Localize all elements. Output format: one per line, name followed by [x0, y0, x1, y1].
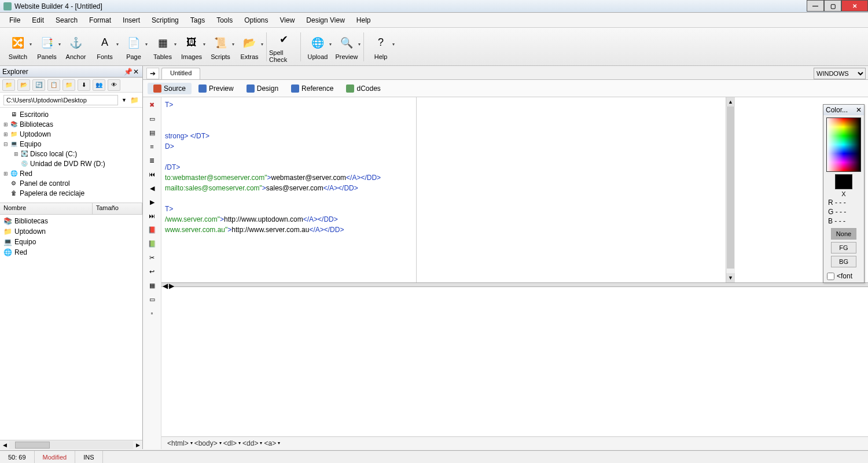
gutter-last-icon[interactable]: ⏭ — [146, 211, 158, 221]
breadcrumb-tag[interactable]: <body> — [194, 439, 218, 447]
color-swatch[interactable] — [835, 174, 852, 189]
toolbar-panels-button[interactable]: 📑▾Panels — [32, 31, 61, 63]
hscroll-left-icon[interactable]: ◀ — [163, 282, 168, 290]
bg-button[interactable]: BG — [831, 256, 856, 267]
tree-item[interactable]: 🗑Papelera de reciclaje — [1, 188, 141, 198]
col-size[interactable]: Tamaño — [93, 203, 142, 214]
gutter-btn-13[interactable]: ↩ — [146, 266, 158, 277]
code-vscroll[interactable]: ▲ ▼ — [726, 97, 735, 282]
nav-back-icon[interactable]: ➔ — [146, 68, 159, 79]
breadcrumb-tag[interactable]: <html> — [167, 439, 189, 447]
file-list[interactable]: 📚Bibliotecas📁Uptodown💻Equipo🌐Red — [0, 215, 142, 440]
encoding-select[interactable]: WINDOWS — [814, 68, 866, 79]
breadcrumb-arrow-icon[interactable]: ▾ — [260, 440, 262, 446]
panel-close-icon[interactable]: ✕ — [132, 68, 140, 76]
toolbar-preview-button[interactable]: 🔍▾Preview — [332, 31, 361, 63]
menu-tools[interactable]: Tools — [212, 15, 237, 25]
gutter-btn-16[interactable]: ▫ — [146, 308, 158, 318]
toolbar-scripts-button[interactable]: 📜▾Scripts — [206, 31, 235, 63]
fg-button[interactable]: FG — [831, 242, 856, 253]
none-button[interactable]: None — [831, 228, 856, 240]
color-spectrum[interactable] — [826, 117, 861, 172]
font-checkbox-input[interactable] — [827, 273, 834, 280]
gutter-btn-12[interactable]: ✂ — [146, 252, 158, 263]
view-tab-reference[interactable]: Reference — [285, 83, 339, 94]
menu-view[interactable]: View — [275, 15, 300, 25]
exp-btn-8[interactable]: 👁 — [108, 79, 120, 91]
gutter-btn-5[interactable]: ≣ — [146, 155, 158, 166]
menu-design-view[interactable]: Design View — [301, 15, 349, 25]
gutter-btn-4[interactable]: ≡ — [146, 141, 158, 152]
gutter-next-icon[interactable]: ▶ — [146, 197, 158, 207]
exp-btn-5[interactable]: 📁 — [62, 79, 75, 91]
gutter-btn-10[interactable]: 📕 — [146, 225, 158, 235]
file-item[interactable]: 📚Bibliotecas — [1, 216, 141, 226]
breadcrumb-tag[interactable]: <dd> — [242, 439, 258, 447]
color-panel-close-icon[interactable]: ✕ — [856, 106, 862, 114]
scroll-right-icon[interactable]: ▶ — [133, 442, 142, 448]
exp-btn-1[interactable]: 📁 — [2, 79, 15, 91]
vscroll-thumb[interactable] — [727, 106, 734, 269]
breadcrumb-arrow-icon[interactable]: ▾ — [238, 440, 241, 446]
view-tab-dcodes[interactable]: dCodes — [340, 83, 386, 94]
tree-item[interactable]: ⊞💽Disco local (C:) — [1, 149, 141, 159]
gutter-prev-icon[interactable]: ◀ — [146, 183, 158, 193]
tree-item[interactable]: 🖥Escritorio — [1, 109, 141, 119]
gutter-btn-15[interactable]: ▭ — [146, 294, 158, 304]
tree-item[interactable]: ⊞📁Uptodown — [1, 129, 141, 139]
tree-twist-icon[interactable]: ⊞ — [2, 122, 9, 127]
toolbar-spell-check-button[interactable]: ✔Spell Check — [269, 31, 298, 63]
view-tab-preview[interactable]: Preview — [193, 83, 240, 94]
toolbar-help-button[interactable]: ?▾Help — [366, 31, 395, 63]
breadcrumb-arrow-icon[interactable]: ▾ — [278, 440, 280, 446]
breadcrumb-tag[interactable]: <dl> — [223, 439, 237, 447]
split-handle[interactable]: ◀▶ — [161, 282, 868, 287]
tree-twist-icon[interactable]: ⊞ — [2, 131, 9, 137]
exp-btn-4[interactable]: 📋 — [47, 79, 60, 91]
toolbar-upload-button[interactable]: 🌐▾Upload — [303, 31, 332, 63]
tree-item[interactable]: ⊟💻Equipo — [1, 139, 141, 149]
gutter-close-icon[interactable]: ✖ — [146, 100, 158, 110]
document-tab[interactable]: Untitled — [161, 68, 200, 79]
gutter-btn-2[interactable]: ▭ — [146, 113, 158, 124]
gutter-btn-14[interactable]: ▦ — [146, 280, 158, 291]
code-editor[interactable]: T> strong> </DT>D> /DT>to:webmaster@some… — [161, 97, 868, 237]
file-item[interactable]: 📁Uptodown — [1, 226, 141, 237]
menu-options[interactable]: Options — [240, 15, 273, 25]
menu-edit[interactable]: Edit — [27, 15, 49, 25]
folder-tree[interactable]: 🖥Escritorio⊞📚Bibliotecas⊞📁Uptodown⊟💻Equi… — [0, 108, 142, 203]
close-button[interactable]: ✕ — [841, 0, 868, 12]
toolbar-switch-button[interactable]: 🔀▾Switch — [3, 31, 32, 63]
gutter-first-icon[interactable]: ⏮ — [146, 169, 158, 179]
breadcrumb-arrow-icon[interactable]: ▾ — [190, 440, 193, 446]
gutter-btn-3[interactable]: ▤ — [146, 127, 158, 138]
menu-insert[interactable]: Insert — [118, 15, 145, 25]
toolbar-images-button[interactable]: 🖼▾Images — [177, 31, 206, 63]
view-tab-source[interactable]: Source — [148, 83, 192, 94]
toolbar-fonts-button[interactable]: A▾Fonts — [90, 31, 119, 63]
minimize-button[interactable]: — — [807, 0, 824, 12]
dropdown-icon[interactable]: ▼ — [122, 97, 127, 103]
toolbar-extras-button[interactable]: 📂▾Extras — [235, 31, 264, 63]
scroll-down-icon[interactable]: ▼ — [726, 273, 735, 282]
menu-file[interactable]: File — [5, 15, 25, 25]
menu-search[interactable]: Search — [51, 15, 82, 25]
toolbar-anchor-button[interactable]: ⚓Anchor — [61, 31, 90, 63]
tree-item[interactable]: ⚙Panel de control — [1, 178, 141, 188]
go-folder-icon[interactable]: 📁 — [130, 96, 139, 104]
explorer-hscroll[interactable]: ◀ ▶ — [0, 440, 142, 449]
tree-item[interactable]: ⊞🌐Red — [1, 168, 141, 178]
exp-btn-6[interactable]: ⬇ — [78, 79, 90, 91]
font-checkbox[interactable]: <font — [823, 270, 864, 282]
toolbar-tables-button[interactable]: ▦▾Tables — [148, 31, 177, 63]
tree-item[interactable]: ⊞📚Bibliotecas — [1, 119, 141, 129]
scroll-track[interactable] — [9, 441, 133, 449]
exp-btn-7[interactable]: 👥 — [93, 79, 105, 91]
toolbar-page-button[interactable]: 📄▾Page — [119, 31, 148, 63]
maximize-button[interactable]: ▢ — [824, 0, 841, 12]
hscroll-right-icon[interactable]: ▶ — [169, 282, 174, 290]
tree-item[interactable]: 💿Unidad de DVD RW (D:) — [1, 159, 141, 168]
menu-scripting[interactable]: Scripting — [147, 15, 183, 25]
view-tab-design[interactable]: Design — [241, 83, 284, 94]
file-item[interactable]: 💻Equipo — [1, 237, 141, 247]
